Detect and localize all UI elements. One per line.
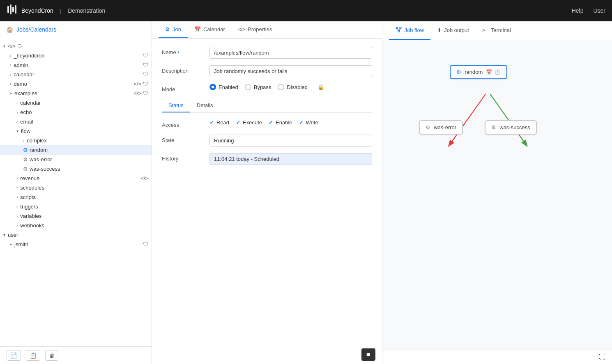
access-execute: ✓ Execute <box>236 119 262 126</box>
state-row: State Running <box>162 135 372 147</box>
flow-arrows <box>415 57 579 221</box>
node-was-error-label: was-error <box>434 124 456 130</box>
svg-line-10 <box>490 94 527 146</box>
chevron-right-icon: › <box>16 185 18 190</box>
tab-job[interactable]: ⚙ Job <box>159 21 188 38</box>
subtab-status[interactable]: Status <box>162 99 190 112</box>
sidebar-item-variables[interactable]: › variables <box>0 211 152 221</box>
expand-button[interactable]: ⛶ <box>599 353 605 361</box>
flow-node-was-error[interactable]: ⚙ was-error <box>419 120 463 135</box>
subtab-details[interactable]: Details <box>190 99 220 112</box>
chevron-right-icon: › <box>10 82 11 86</box>
sidebar-item-calendar[interactable]: › calendar 🛡 <box>0 70 152 79</box>
shield-icon: 🛡 <box>143 53 148 59</box>
sidebar-item-revenue[interactable]: › revenue </> <box>0 174 152 183</box>
tab-calendar[interactable]: 📅 Calendar <box>188 21 232 38</box>
sidebar-item-triggers[interactable]: › triggers <box>0 202 152 211</box>
calendar-icon: 📅 <box>486 69 492 75</box>
tab-jobflow-label: Job flow <box>405 27 424 33</box>
sidebar-item-flow[interactable]: ▾ flow <box>0 126 152 136</box>
sidebar-item-beyondcron[interactable]: › _beyondcron 🛡 <box>0 51 152 60</box>
mode-enabled[interactable]: Enabled <box>209 84 238 90</box>
sidebar-item-label: email <box>20 119 148 125</box>
tab-jobflow[interactable]: Job flow <box>389 21 431 40</box>
check-icon: ✓ <box>209 119 214 126</box>
access-enable-label: Enable <box>276 119 292 126</box>
sidebar-item-random[interactable]: ⚙ random <box>0 145 152 155</box>
description-label: Description <box>162 65 203 74</box>
name-input[interactable] <box>209 47 372 59</box>
svg-point-5 <box>400 27 401 29</box>
sidebar-item-was-success[interactable]: ⚙ was-success <box>0 164 152 174</box>
user-link[interactable]: User <box>593 7 605 14</box>
delete-button[interactable]: 🗑 <box>45 350 58 361</box>
mode-bypass[interactable]: Bypass <box>245 84 271 90</box>
tab-terminal-label: Terminal <box>491 27 511 33</box>
flow-node-random[interactable]: ⚙ random 📅 🕐 <box>450 65 507 79</box>
sidebar-item-user[interactable]: ▾ user <box>0 230 152 240</box>
sidebar-item-root[interactable]: ▾ </> 🛡 <box>0 41 152 51</box>
sidebar-item-demo[interactable]: › demo </> 🛡 <box>0 79 152 89</box>
sidebar-item-examples[interactable]: ▾ examples </> 🛡 <box>0 89 152 98</box>
sidebar-item-scripts[interactable]: › scripts <box>0 192 152 202</box>
new-button[interactable]: 📄 <box>7 350 21 361</box>
chevron-right-icon: › <box>16 214 18 218</box>
sidebar-item-schedules[interactable]: › schedules <box>0 183 152 192</box>
chevron-right-icon: › <box>10 72 11 77</box>
sidebar-item-label: was-error <box>30 156 148 163</box>
gear-icon: ⚙ <box>23 156 28 163</box>
sidebar-item-admin[interactable]: › admin 🛡 <box>0 60 152 70</box>
right-panel: Job flow ⬆ Job output >_ Terminal <box>382 21 612 364</box>
svg-line-7 <box>397 29 399 30</box>
flow-canvas: ⚙ random 📅 🕐 ⚙ was-error ⚙ was-success <box>382 40 612 350</box>
mode-label: Mode <box>162 84 203 92</box>
tab-joboutput[interactable]: ⬆ Job output <box>430 21 476 40</box>
flow-diagram: ⚙ random 📅 🕐 ⚙ was-error ⚙ was-success <box>415 57 579 221</box>
code-icon: </> <box>133 90 141 96</box>
help-link[interactable]: Help <box>572 7 584 14</box>
sidebar-item-complex[interactable]: › complex <box>0 136 152 145</box>
tab-terminal[interactable]: >_ Terminal <box>476 21 518 40</box>
state-label: State <box>162 135 203 143</box>
sidebar-item-echo[interactable]: › echo <box>0 108 152 117</box>
sidebar-item-webhooks[interactable]: › webhooks <box>0 221 152 230</box>
shield-icon: 🛡 <box>143 81 148 87</box>
tab-calendar-label: Calendar <box>203 26 225 32</box>
description-row: Description <box>162 65 372 77</box>
flow-node-was-success[interactable]: ⚙ was-success <box>485 120 536 135</box>
panel-footer: ■ <box>152 345 382 364</box>
sidebar-item-was-error[interactable]: ⚙ was-error <box>0 155 152 164</box>
sidebar-item-label: demo <box>14 81 132 87</box>
sidebar-title[interactable]: Jobs/Calendars <box>16 26 56 33</box>
sidebar-item-calendar2[interactable]: › calendar <box>0 98 152 108</box>
right-panel-footer: ⛶ <box>382 350 612 364</box>
history-value: 11:04:21 today - Scheduled <box>209 153 372 165</box>
chevron-down-icon: ▾ <box>10 242 12 247</box>
description-input[interactable] <box>209 65 372 77</box>
access-row: Access ✓ Read ✓ Execute ✓ Enable <box>162 119 372 128</box>
access-read-label: Read <box>216 119 229 126</box>
sidebar-item-label: scripts <box>20 194 148 200</box>
expand-icon: ⛶ <box>599 353 605 360</box>
mode-enabled-label: Enabled <box>219 84 238 90</box>
state-value: Running <box>209 135 372 147</box>
copy-button[interactable]: 📋 <box>26 350 40 361</box>
history-label: History <box>162 153 203 162</box>
svg-line-9 <box>449 94 486 146</box>
history-row: History 11:04:21 today - Scheduled <box>162 153 372 165</box>
access-label: Access <box>162 119 203 128</box>
sidebar-item-jsmith[interactable]: ▾ jsmith 🛡 <box>0 240 152 249</box>
mode-options: Enabled Bypass Disabled 🔒 <box>209 84 324 90</box>
tab-properties[interactable]: </> Properties <box>232 21 279 38</box>
mode-row: Mode Enabled Bypass Disabled 🔒 <box>162 84 372 92</box>
stop-button[interactable]: ■ <box>361 348 375 361</box>
sub-tabs: Status Details <box>162 99 372 113</box>
panel-content: Name • Description Mode Enabled <box>152 39 382 345</box>
sidebar-item-email[interactable]: › email <box>0 117 152 126</box>
mode-disabled[interactable]: Disabled <box>278 84 308 90</box>
demo-label: Demonstration <box>68 7 105 14</box>
tab-properties-label: Properties <box>248 26 272 32</box>
sidebar-item-label: complex <box>27 137 148 144</box>
sidebar-item-label: webhooks <box>20 222 148 229</box>
gear-icon: ⚙ <box>165 26 170 32</box>
